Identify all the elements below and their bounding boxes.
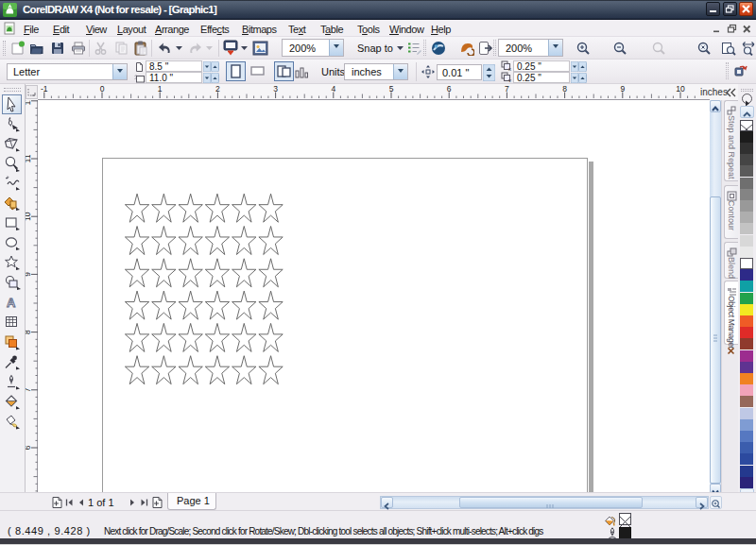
svg-text:10: 10 <box>676 84 685 94</box>
svg-text:8: 8 <box>562 84 567 94</box>
svg-text:12: 12 <box>26 100 32 106</box>
svg-text:y: y <box>508 77 511 82</box>
svg-text:3: 3 <box>273 84 278 94</box>
svg-text:7: 7 <box>26 387 32 392</box>
svg-text:4: 4 <box>331 84 335 94</box>
svg-text:A: A <box>7 296 16 310</box>
svg-text:6: 6 <box>447 84 452 94</box>
svg-text:11: 11 <box>26 154 32 162</box>
svg-text:10: 10 <box>26 212 32 221</box>
svg-text:x: x <box>508 66 511 71</box>
svg-text:7: 7 <box>505 84 509 94</box>
svg-text:9: 9 <box>26 272 32 277</box>
svg-text:2: 2 <box>215 84 220 94</box>
svg-text:-1: -1 <box>41 84 48 94</box>
svg-text:5: 5 <box>389 84 394 94</box>
svg-text:9: 9 <box>620 84 625 94</box>
svg-text:1: 1 <box>158 84 163 94</box>
svg-text:8: 8 <box>26 330 32 334</box>
svg-text:6: 6 <box>26 445 32 450</box>
svg-text:0: 0 <box>100 84 105 94</box>
